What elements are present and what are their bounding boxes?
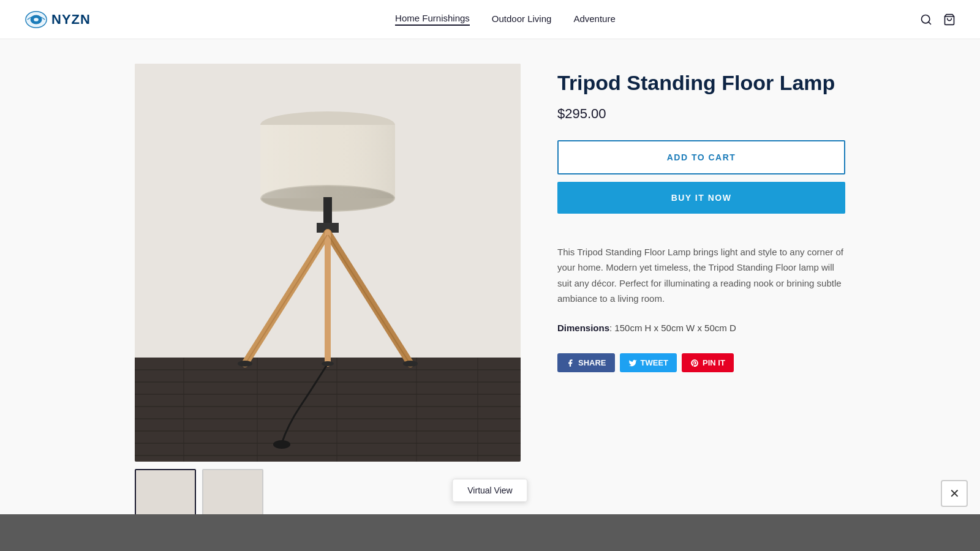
- close-button[interactable]: ✕: [941, 480, 968, 507]
- product-main-image: [135, 64, 521, 462]
- cart-icon[interactable]: [943, 13, 956, 26]
- share-facebook-button[interactable]: SHARE: [557, 353, 615, 372]
- product-details: Tripod Standing Floor Lamp $295.00 ADD T…: [557, 64, 845, 530]
- twitter-icon: [628, 359, 637, 367]
- brand-name: NYZN: [51, 12, 91, 28]
- pinterest-icon: [690, 359, 699, 367]
- svg-point-37: [273, 440, 290, 449]
- header-actions: [920, 13, 956, 26]
- tweet-twitter-button[interactable]: TWEET: [620, 353, 677, 372]
- facebook-icon: [566, 359, 575, 367]
- product-page: Tripod Standing Floor Lamp $295.00 ADD T…: [123, 39, 858, 551]
- logo[interactable]: NYZN: [24, 8, 91, 31]
- search-icon[interactable]: [920, 13, 932, 26]
- nav-outdoor-living[interactable]: Outdoor Living: [492, 13, 552, 25]
- nav-adventure[interactable]: Adventure: [573, 13, 615, 25]
- virtual-view-button[interactable]: Virtual View: [452, 479, 527, 502]
- svg-rect-25: [260, 125, 395, 198]
- header: NYZN Home Furnishings Outdoor Living Adv…: [0, 0, 980, 39]
- svg-line-4: [929, 21, 931, 24]
- main-nav: Home Furnishings Outdoor Living Adventur…: [395, 13, 616, 26]
- lamp-svg: [135, 64, 521, 462]
- social-buttons: SHARE TWEET PIN IT: [557, 353, 845, 372]
- svg-point-2: [34, 18, 39, 21]
- bottom-bar: [0, 514, 980, 551]
- svg-point-34: [238, 361, 252, 367]
- svg-rect-7: [135, 358, 521, 462]
- dimensions-label: Dimensions: [557, 323, 609, 333]
- logo-icon: [24, 8, 48, 31]
- product-price: $295.00: [557, 106, 845, 122]
- dimensions-value: : 150cm H x 50cm W x 50cm D: [609, 323, 736, 333]
- nav-home-furnishings[interactable]: Home Furnishings: [395, 13, 470, 26]
- product-description: This Tripod Standing Floor Lamp brings l…: [557, 244, 845, 307]
- product-title: Tripod Standing Floor Lamp: [557, 70, 845, 96]
- product-image-section: [135, 64, 521, 530]
- svg-point-36: [322, 361, 334, 366]
- svg-point-35: [403, 361, 418, 367]
- add-to-cart-button[interactable]: ADD TO CART: [557, 140, 845, 174]
- buy-now-button[interactable]: BUY IT NOW: [557, 182, 845, 214]
- product-dimensions: Dimensions: 150cm H x 50cm W x 50cm D: [557, 321, 845, 335]
- pin-pinterest-button[interactable]: PIN IT: [682, 353, 734, 372]
